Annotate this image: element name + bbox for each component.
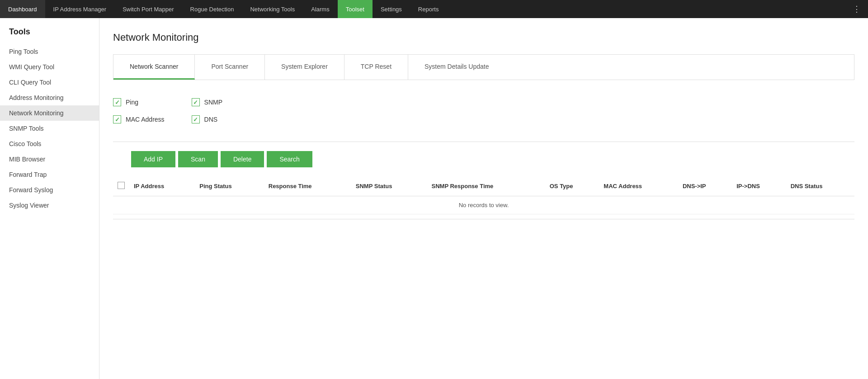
checkbox-col-1: PingMAC Address [113,98,165,123]
checkbox-col-2: SNMPDNS [192,98,222,123]
more-options-button[interactable]: ⋮ [845,0,868,18]
tab-port-scanner[interactable]: Port Scanner [195,55,265,80]
main-content: Network Monitoring Network ScannerPort S… [99,18,868,379]
nav-item-toolset[interactable]: Toolset [338,0,373,18]
nav-item-switch-port-mapper[interactable]: Switch Port Mapper [114,0,182,18]
tab-system-details-update[interactable]: System Details Update [408,55,505,80]
checkbox-row-mac-address[interactable]: MAC Address [113,115,165,123]
checkbox-dns[interactable] [192,115,200,123]
sidebar-title: Tools [0,27,99,44]
sidebar-item-address-monitoring[interactable]: Address Monitoring [0,90,99,105]
tab-system-explorer[interactable]: System Explorer [265,55,344,80]
action-bar: Add IPScanDeleteSearch [113,151,854,167]
checkbox-row-ping[interactable]: Ping [113,98,165,106]
table-header-dns-status: DNS Status [786,176,854,196]
sidebar: Tools Ping ToolsWMI Query ToolCLI Query … [0,18,99,379]
checkbox-row-snmp[interactable]: SNMP [192,98,222,106]
sidebar-item-ping-tools[interactable]: Ping Tools [0,44,99,59]
table-header-snmp-status: SNMP Status [351,176,427,196]
sidebar-item-mib-browser[interactable]: MIB Browser [0,152,99,167]
top-nav: DashboardIP Address ManagerSwitch Port M… [0,0,868,18]
checkbox-label-ping: Ping [126,99,138,106]
table-bottom-line [113,219,854,219]
nav-item-dashboard[interactable]: Dashboard [0,0,45,18]
data-table: IP AddressPing StatusResponse TimeSNMP S… [113,176,854,214]
sidebar-item-forward-syslog[interactable]: Forward Syslog [0,182,99,198]
empty-message: No records to view. [113,196,854,214]
layout: Tools Ping ToolsWMI Query ToolCLI Query … [0,18,868,379]
sidebar-item-forward-trap[interactable]: Forward Trap [0,167,99,182]
checkbox-ping[interactable] [113,98,121,106]
search-button[interactable]: Search [267,151,312,167]
table-header-snmp-response-time: SNMP Response Time [427,176,545,196]
nav-item-alarms[interactable]: Alarms [303,0,337,18]
tab-tcp-reset[interactable]: TCP Reset [344,55,408,80]
tabs-container: Network ScannerPort ScannerSystem Explor… [113,54,854,80]
table-header-os-type: OS Type [545,176,599,196]
scan-button[interactable]: Scan [178,151,218,167]
sidebar-item-snmp-tools[interactable]: SNMP Tools [0,121,99,136]
nav-item-ip-address-manager[interactable]: IP Address Manager [45,0,115,18]
table-header-dns-ip: DNS->IP [678,176,732,196]
table-header-mac-address: MAC Address [599,176,678,196]
sidebar-item-syslog-viewer[interactable]: Syslog Viewer [0,198,99,213]
nav-item-rogue-detection[interactable]: Rogue Detection [182,0,242,18]
add-ip-button[interactable]: Add IP [131,151,175,167]
nav-item-networking-tools[interactable]: Networking Tools [242,0,303,18]
nav-item-settings[interactable]: Settings [373,0,410,18]
table-header-ip-address: IP Address [129,176,195,196]
table-container: IP AddressPing StatusResponse TimeSNMP S… [113,176,854,219]
sidebar-item-cisco-tools[interactable]: Cisco Tools [0,136,99,152]
checkbox-row-dns[interactable]: DNS [192,115,222,123]
divider [113,142,854,142]
checkbox-snmp[interactable] [192,98,200,106]
checkboxes-section: PingMAC Address SNMPDNS [113,94,854,128]
sidebar-item-network-monitoring[interactable]: Network Monitoring [0,105,99,121]
checkbox-mac-address[interactable] [113,115,121,123]
checkbox-label-snmp: SNMP [204,99,222,106]
checkbox-label-dns: DNS [204,116,218,123]
checkbox-label-mac-address: MAC Address [126,116,165,123]
sidebar-item-wmi-query-tool[interactable]: WMI Query Tool [0,59,99,75]
table-select-all-checkbox[interactable] [118,182,125,189]
tab-network-scanner[interactable]: Network Scanner [113,55,195,80]
sidebar-item-cli-query-tool[interactable]: CLI Query Tool [0,75,99,90]
nav-item-reports[interactable]: Reports [410,0,447,18]
delete-button[interactable]: Delete [221,151,264,167]
table-header-response-time: Response Time [264,176,351,196]
table-header-ping-status: Ping Status [195,176,264,196]
table-header-ip-dns: IP->DNS [732,176,786,196]
page-title: Network Monitoring [113,32,854,43]
